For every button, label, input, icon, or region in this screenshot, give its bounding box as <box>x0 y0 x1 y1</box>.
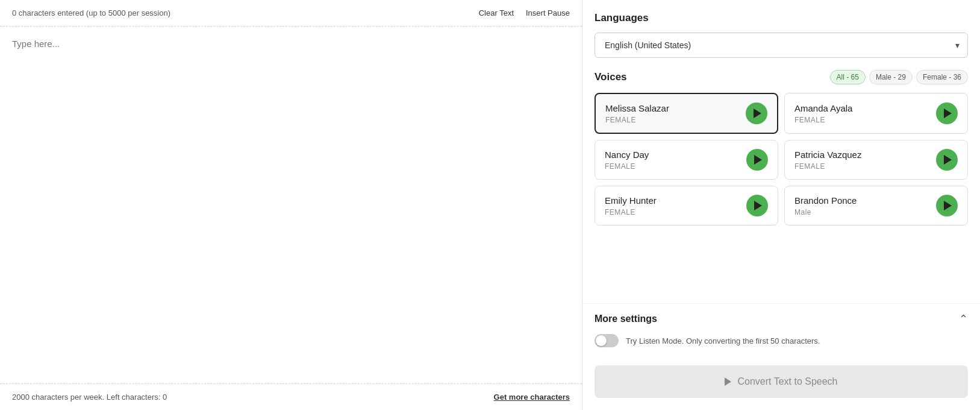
convert-btn-label: Convert Text to Speech <box>737 376 837 387</box>
voice-play-button[interactable] <box>936 149 958 171</box>
voices-title: Voices <box>595 71 627 83</box>
play-icon <box>754 155 762 165</box>
voice-play-button[interactable] <box>746 102 767 124</box>
get-more-characters-button[interactable]: Get more characters <box>494 393 570 402</box>
text-area-wrapper <box>0 27 582 383</box>
voice-name: Brandon Ponce <box>794 195 857 206</box>
voice-play-button[interactable] <box>746 149 768 171</box>
voice-gender: FEMALE <box>794 162 861 171</box>
toggle-knob <box>596 335 607 346</box>
voice-card[interactable]: Brandon Ponce Male <box>784 186 968 226</box>
filter-male-button[interactable]: Male - 29 <box>869 70 913 84</box>
voice-play-button[interactable] <box>936 195 958 216</box>
voice-play-button[interactable] <box>936 102 958 124</box>
voice-name: Patricia Vazquez <box>794 150 861 160</box>
voice-name: Amanda Ayala <box>794 103 852 113</box>
voices-header: Voices All - 65 Male - 29 Female - 36 <box>595 70 968 84</box>
more-settings-section: More settings ⌃ Try Listen Mode. Only co… <box>582 303 980 359</box>
top-actions: Clear Text Insert Pause <box>479 8 570 17</box>
play-icon <box>754 109 761 118</box>
chevron-up-icon: ⌃ <box>959 312 968 326</box>
convert-text-to-speech-button[interactable]: Convert Text to Speech <box>595 365 968 398</box>
voice-info: Patricia Vazquez FEMALE <box>794 150 861 171</box>
voice-name: Melissa Salazar <box>605 103 669 113</box>
voice-gender: Male <box>794 208 857 216</box>
voice-card[interactable]: Amanda Ayala FEMALE <box>784 93 968 134</box>
insert-pause-button[interactable]: Insert Pause <box>526 8 570 17</box>
voice-gender: FEMALE <box>605 116 669 124</box>
play-icon <box>944 201 952 210</box>
listen-mode-text: Try Listen Mode. Only converting the fir… <box>626 336 820 345</box>
voice-card[interactable]: Melissa Salazar FEMALE <box>595 93 778 134</box>
voice-info: Amanda Ayala FEMALE <box>794 103 852 124</box>
voice-name: Nancy Day <box>605 150 649 160</box>
voice-info: Emily Hunter FEMALE <box>605 195 657 216</box>
languages-title: Languages <box>595 12 968 24</box>
bottom-char-info: 2000 characters per week. Left character… <box>12 393 167 402</box>
voice-gender: FEMALE <box>794 116 852 124</box>
play-icon <box>754 201 762 210</box>
voice-card[interactable]: Emily Hunter FEMALE <box>595 186 778 226</box>
voice-filters: All - 65 Male - 29 Female - 36 <box>830 70 968 84</box>
voice-card[interactable]: Patricia Vazquez FEMALE <box>784 140 968 180</box>
language-select[interactable]: English (United States) <box>595 33 968 58</box>
play-icon <box>944 155 952 165</box>
filter-female-button[interactable]: Female - 36 <box>916 70 968 84</box>
voice-gender: FEMALE <box>605 162 649 171</box>
right-panel: Languages English (United States) ▾ Voic… <box>582 0 980 410</box>
language-select-wrapper: English (United States) ▾ <box>595 33 968 58</box>
text-input[interactable] <box>12 39 570 371</box>
listen-mode-row: Try Listen Mode. Only converting the fir… <box>595 334 968 351</box>
play-icon <box>725 377 731 386</box>
bottom-bar: 2000 characters per week. Left character… <box>0 383 582 410</box>
convert-section: Convert Text to Speech <box>582 359 980 410</box>
more-settings-title: More settings <box>595 314 657 324</box>
filter-all-button[interactable]: All - 65 <box>830 70 866 84</box>
voice-gender: FEMALE <box>605 208 657 216</box>
listen-mode-toggle[interactable] <box>595 334 619 347</box>
left-panel: 0 characters entered (up to 5000 per ses… <box>0 0 582 410</box>
play-icon <box>944 109 952 118</box>
clear-text-button[interactable]: Clear Text <box>479 8 514 17</box>
voice-info: Melissa Salazar FEMALE <box>605 103 669 124</box>
voice-name: Emily Hunter <box>605 195 657 206</box>
char-count-label: 0 characters entered (up to 5000 per ses… <box>12 8 170 17</box>
voice-card[interactable]: Nancy Day FEMALE <box>595 140 778 180</box>
more-settings-header[interactable]: More settings ⌃ <box>595 312 968 326</box>
voice-grid: Melissa Salazar FEMALE Amanda Ayala FEMA… <box>595 93 968 226</box>
voice-info: Brandon Ponce Male <box>794 195 857 216</box>
voice-info: Nancy Day FEMALE <box>605 150 649 171</box>
top-bar: 0 characters entered (up to 5000 per ses… <box>0 0 582 27</box>
voice-play-button[interactable] <box>746 195 768 216</box>
